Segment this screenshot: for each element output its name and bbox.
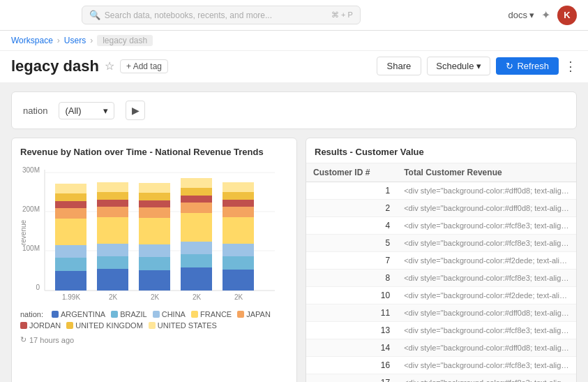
legend-japan-dot [237, 311, 244, 318]
breadcrumb-sep2: › [90, 36, 93, 45]
svg-rect-14 [139, 257, 170, 270]
svg-rect-5 [97, 269, 128, 291]
breadcrumb-current: legacy dash [97, 35, 153, 46]
bar-uk-1 [55, 193, 86, 201]
svg-rect-25 [181, 203, 212, 213]
svg-rect-17 [139, 207, 170, 218]
customer-id-cell: 14 [306, 339, 397, 357]
x-tick-4: 2K [193, 293, 202, 301]
filter-run-button[interactable]: ▶ [126, 101, 145, 120]
bar-us-1 [55, 184, 86, 193]
customer-id-cell: 2 [306, 200, 397, 217]
customer-revenue-cell: <div style="background-color:#fcf8e3; te… [397, 235, 576, 252]
docs-button[interactable]: docs ▾ [508, 10, 534, 20]
svg-rect-33 [223, 207, 254, 217]
bar-jordan-1 [55, 201, 86, 208]
y-tick-0: 0 [36, 284, 40, 291]
main-content: nation (All) ▾ ▶ Revenue by Nation over … [0, 83, 588, 382]
svg-rect-16 [139, 218, 170, 244]
legend-brazil-dot [111, 311, 118, 318]
nation-filter-label: nation [23, 105, 47, 116]
svg-rect-36 [223, 182, 254, 192]
svg-rect-32 [223, 217, 254, 244]
header-actions: Share Schedule ▾ ↻ Refresh ⋮ [377, 57, 577, 75]
favorite-icon[interactable]: ☆ [105, 59, 114, 73]
filter-chevron-icon: ▾ [103, 105, 108, 116]
add-tag-button[interactable]: + Add tag [120, 59, 168, 73]
legend-uk-dot [66, 322, 73, 329]
customer-revenue-cell: <div style="background-color:#f2dede; te… [397, 252, 576, 270]
breadcrumb-users[interactable]: Users [64, 36, 86, 45]
bar-japan-1 [55, 208, 86, 219]
page-header: legacy dash ☆ + Add tag Share Schedule ▾… [0, 51, 588, 83]
table-row: 14<div style="background-color:#dff0d8; … [306, 339, 576, 357]
results-panel: Results - Customer Value Customer ID # T… [306, 138, 577, 382]
svg-rect-10 [97, 200, 128, 207]
customer-id-cell: 4 [306, 217, 397, 235]
legend-china: CHINA [153, 310, 186, 318]
refresh-button[interactable]: ↻ Refresh [496, 57, 559, 75]
svg-rect-28 [181, 178, 212, 188]
legend-uk-label: UNITED KINGDOM [75, 321, 143, 330]
search-shortcut: ⌘ + P [331, 10, 353, 20]
svg-rect-29 [223, 270, 254, 291]
bar-argentina-1 [55, 271, 86, 291]
customer-revenue-cell: <div style="background-color:#f2dede; te… [397, 287, 576, 304]
customer-revenue-cell: <div style="background-color:#dff0d8; te… [397, 304, 576, 322]
svg-rect-6 [97, 256, 128, 269]
customer-id-cell: 8 [306, 270, 397, 287]
legend-argentina: ARGENTINA [52, 310, 105, 318]
chart-legend-row2: JORDAN UNITED KINGDOM UNITED STATES [20, 321, 288, 330]
x-tick-2: 2K [109, 293, 118, 301]
table-row: 7<div style="background-color:#f2dede; t… [306, 252, 576, 270]
page-title: legacy dash [11, 57, 99, 75]
share-button[interactable]: Share [377, 57, 422, 75]
chart-panel: Revenue by Nation over Time - National R… [11, 138, 297, 382]
customer-revenue-cell: <div style="background-color:#fcf8e3; te… [397, 217, 576, 235]
y-tick-200m: 200M [22, 205, 40, 213]
svg-rect-9 [97, 207, 128, 217]
svg-rect-21 [181, 267, 212, 291]
more-options-button[interactable]: ⋮ [564, 59, 577, 74]
search-placeholder: Search data, notebooks, recents, and mor… [105, 10, 272, 20]
magic-wand-icon[interactable]: ✦ [541, 8, 550, 22]
col-customer-id: Customer ID # [306, 163, 397, 182]
svg-rect-11 [97, 192, 128, 200]
y-axis-label: revenue [20, 219, 27, 245]
time-ago-label: 17 hours ago [29, 336, 74, 344]
charts-area: Revenue by Nation over Time - National R… [11, 138, 577, 382]
chart-footer: nation: ARGENTINA BRAZIL CHINA [20, 310, 288, 344]
results-table-container[interactable]: Customer ID # Total Customer Revenue 1<d… [306, 163, 576, 382]
svg-rect-26 [181, 196, 212, 203]
customer-revenue-cell: <div style="background-color:#dff0d8; te… [397, 182, 576, 200]
docs-label: docs [508, 10, 527, 20]
svg-rect-15 [139, 244, 170, 257]
svg-rect-12 [97, 182, 128, 192]
legend-china-label: CHINA [162, 310, 186, 318]
schedule-button[interactable]: Schedule ▾ [427, 57, 490, 75]
chevron-down-icon: ▾ [529, 10, 534, 20]
legend-uk: UNITED KINGDOM [66, 321, 143, 330]
svg-rect-30 [223, 256, 254, 270]
legend-jordan-dot [20, 322, 27, 329]
customer-id-cell: 7 [306, 252, 397, 270]
search-bar[interactable]: 🔍 Search data, notebooks, recents, and m… [82, 6, 361, 24]
bar-brazil-1 [55, 258, 86, 271]
breadcrumb-workspace[interactable]: Workspace [11, 36, 53, 45]
customer-id-cell: 17 [306, 374, 397, 383]
x-tick-5: 2K [234, 293, 243, 301]
search-icon: 🔍 [89, 10, 100, 20]
avatar[interactable]: K [557, 6, 577, 25]
customer-id-cell: 13 [306, 322, 397, 339]
customer-id-cell: 10 [306, 287, 397, 304]
table-row: 5<div style="background-color:#fcf8e3; t… [306, 235, 576, 252]
nation-filter-select[interactable]: (All) ▾ [59, 102, 114, 119]
refresh-small-icon: ↻ [20, 335, 27, 344]
legend-us-dot [149, 322, 156, 329]
x-tick-3: 2K [151, 293, 160, 301]
schedule-chevron-icon: ▾ [476, 61, 481, 71]
svg-rect-13 [139, 270, 170, 291]
filter-section: nation (All) ▾ ▶ [11, 91, 577, 129]
results-customer-title: Results - Customer Value [306, 138, 576, 163]
legend-france-label: FRANCE [200, 310, 232, 318]
